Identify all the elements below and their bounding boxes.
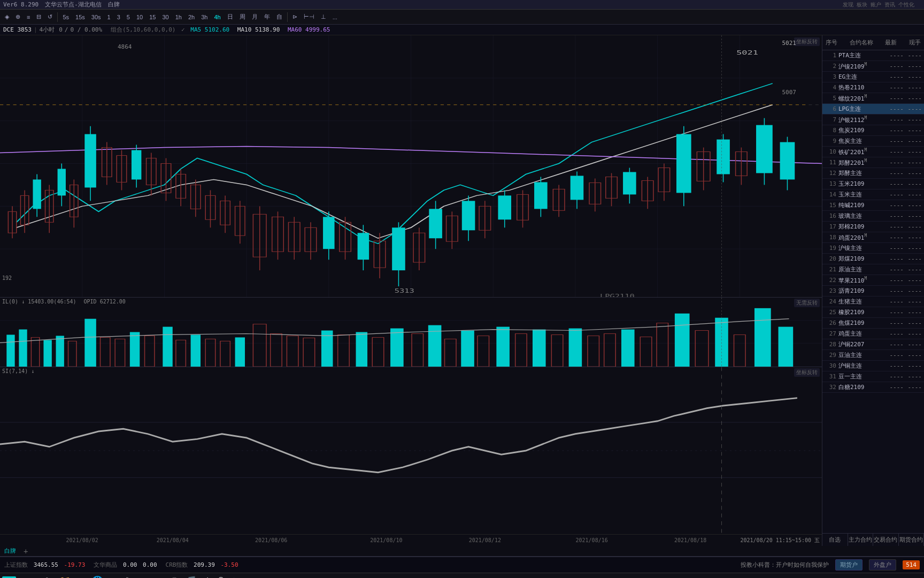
period-1h[interactable]: 1h (173, 13, 184, 21)
taskbar-btn-gear[interactable]: ⚙ (201, 574, 214, 579)
svg-rect-152 (588, 336, 599, 367)
taskbar-btn-flag[interactable]: ⚑ (122, 574, 135, 579)
instrument-row-6[interactable]: 6LPG主连-------- (822, 104, 924, 115)
instrument-row-26[interactable]: 26焦煤2109-------- (822, 318, 924, 329)
svg-rect-34 (132, 150, 141, 180)
instrument-row-28[interactable]: 28沪铜2207-------- (822, 339, 924, 350)
instrument-row-32[interactable]: 32白糖2109-------- (822, 382, 924, 393)
chart-nav-3[interactable]: ⊥ (318, 12, 329, 21)
period-15m[interactable]: 15 (147, 13, 158, 21)
taskbar-btn-ie[interactable]: e (30, 574, 40, 578)
taskbar-btn-help[interactable]: ? (216, 574, 226, 578)
time-3: 2021/08/06 (255, 537, 287, 543)
instrument-row-30[interactable]: 30沪铜主连-------- (822, 361, 924, 371)
svg-rect-139 (356, 332, 368, 367)
svg-rect-127 (163, 327, 172, 367)
chart-more[interactable]: ... (330, 13, 340, 21)
svg-rect-119 (43, 340, 51, 367)
period-4h[interactable]: 4h (211, 13, 223, 21)
instrument-row-1[interactable]: 1PTA主连-------- (822, 50, 924, 61)
toolbar-refresh[interactable]: ↺ (45, 12, 55, 21)
panel-tab-futures[interactable]: 期货合约 (899, 534, 925, 546)
period-15s[interactable]: 15s (73, 13, 88, 21)
sep2 (287, 12, 288, 22)
instrument-row-31[interactable]: 31豆一主连-------- (822, 371, 924, 382)
period-custom[interactable]: 自 (274, 12, 285, 22)
instrument-row-10[interactable]: 10铁矿2201M-------- (822, 147, 924, 157)
taskbar-btn-music[interactable]: 🎵 (183, 574, 199, 579)
instrument-row-8[interactable]: 8焦炭2109-------- (822, 125, 924, 136)
toolbar-icon-2[interactable]: ⊕ (13, 12, 23, 21)
instrument-row-17[interactable]: 17郑棉2109-------- (822, 222, 924, 232)
instrument-row-25[interactable]: 25橡胶2109-------- (822, 307, 924, 318)
instrument-row-19[interactable]: 19沪镍主连-------- (822, 243, 924, 254)
period-1m[interactable]: 1 (105, 13, 113, 21)
ai-label[interactable]: Ai (2, 576, 16, 579)
instrument-row-29[interactable]: 29豆油主连-------- (822, 350, 924, 361)
svg-rect-155 (640, 337, 652, 367)
taskbar-btn-globe[interactable]: 🌐 (89, 574, 105, 579)
instrument-row-18[interactable]: 18鸡蛋2201M-------- (822, 232, 924, 243)
period-yearly[interactable]: 年 (261, 12, 273, 22)
chart-area[interactable]: 坐标反转 5021 5007 4864 192 (0, 35, 822, 546)
period-3m[interactable]: 3 (114, 13, 123, 21)
period-2h[interactable]: 2h (186, 13, 197, 21)
indicator-chart[interactable]: SI(7,14) ↓ 坐标反转 (0, 367, 822, 534)
period-10m[interactable]: 10 (134, 13, 145, 21)
instrument-row-27[interactable]: 27鸡蛋主连-------- (822, 329, 924, 339)
instrument-row-15[interactable]: 15纯碱2109-------- (822, 200, 924, 211)
panel-tab-custom[interactable]: 自选 (822, 534, 848, 546)
overseas-account-btn[interactable]: 外盘户 (869, 559, 896, 571)
chart-nav-1[interactable]: ⊳ (290, 12, 300, 21)
price-label: 0 (59, 26, 63, 33)
taskbar-btn-1[interactable]: ≡ (18, 574, 28, 578)
svg-rect-161 (754, 308, 771, 367)
taskbar-btn-folder[interactable]: 📁 (57, 574, 73, 579)
instrument-row-7[interactable]: 7沪银2112M-------- (822, 115, 924, 125)
taskbar-btn-yin[interactable]: ☯ (168, 574, 181, 579)
period-weekly[interactable]: 周 (237, 12, 248, 22)
instrument-row-22[interactable]: 22苹果2110M-------- (822, 275, 924, 286)
instrument-row-2[interactable]: 2沪镍2109M-------- (822, 61, 924, 72)
instrument-row-23[interactable]: 23沥青2109-------- (822, 286, 924, 296)
instrument-row-12[interactable]: 12郑酵主连-------- (822, 168, 924, 179)
svg-rect-140 (372, 337, 384, 367)
instrument-row-11[interactable]: 11郑酵2201M-------- (822, 157, 924, 168)
panel-tab-main[interactable]: 主力合约 (848, 534, 874, 546)
period-daily[interactable]: 日 (225, 12, 236, 22)
period-monthly[interactable]: 月 (249, 12, 260, 22)
instrument-row-5[interactable]: 5螺纹2201M-------- (822, 93, 924, 104)
sub-tab-active[interactable]: 白牌 (2, 547, 18, 555)
toolbar-icon-3[interactable]: ≡ (24, 13, 33, 21)
main-chart[interactable]: 坐标反转 5021 5007 4864 192 (0, 35, 822, 298)
taskbar-btn-circle[interactable]: ◎ (107, 574, 120, 579)
period-5m[interactable]: 5 (124, 13, 133, 21)
period-30s[interactable]: 30s (89, 13, 104, 21)
instrument-row-4[interactable]: 4热卷2110-------- (822, 82, 924, 93)
instrument-row-14[interactable]: 14玉米主连-------- (822, 189, 924, 200)
instrument-row-9[interactable]: 9焦炭主连-------- (822, 136, 924, 147)
instrument-row-24[interactable]: 24生猪主连-------- (822, 296, 924, 307)
period-3h[interactable]: 3h (198, 13, 210, 21)
instrument-row-3[interactable]: 3EG主连-------- (822, 72, 924, 82)
futures-account-btn[interactable]: 期货户 (835, 559, 863, 571)
chart-nav-2[interactable]: ⊢⊣ (301, 12, 317, 21)
toolbar-icon-4[interactable]: ⊟ (34, 12, 44, 21)
instrument-row-13[interactable]: 13玉米2109-------- (822, 179, 924, 189)
taskbar-btn-arrow[interactable]: → (152, 574, 166, 578)
panel-tab-trade[interactable]: 交易合约 (873, 534, 899, 546)
taskbar-btn-grid[interactable]: ⊞ (137, 574, 150, 579)
svg-rect-62 (358, 233, 369, 260)
period-30m[interactable]: 30 (159, 13, 171, 21)
volume-chart[interactable]: IL(0) ↓ 15403.00(46:54) OPID 62712.00 无需… (0, 298, 822, 367)
instrument-row-21[interactable]: 21原油主连-------- (822, 264, 924, 275)
taskbar-btn-pen[interactable]: ✎ (42, 574, 55, 579)
taskbar-btn-mail[interactable]: ✉ (75, 574, 87, 579)
period-5s[interactable]: 5s (60, 13, 72, 21)
toolbar-icon-1[interactable]: ◈ (2, 12, 12, 21)
instruments-table[interactable]: 1PTA主连--------2沪镍2109M--------3EG主连-----… (822, 50, 924, 533)
taskbar-btn-star[interactable]: ✦ (228, 574, 240, 579)
add-tab-btn[interactable]: + (22, 547, 29, 556)
instrument-row-20[interactable]: 20郑煤2109-------- (822, 254, 924, 264)
instrument-row-16[interactable]: 16玻璃主连-------- (822, 211, 924, 222)
